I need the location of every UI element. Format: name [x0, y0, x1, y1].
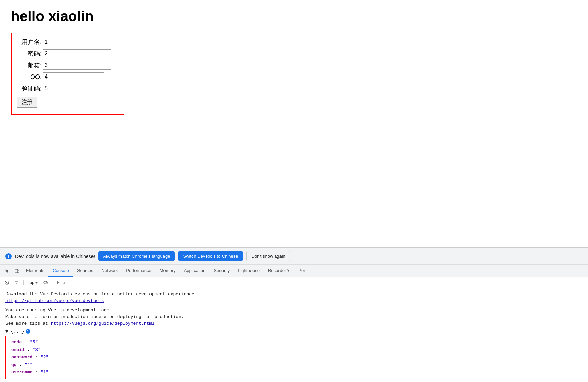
tab-elements[interactable]: Elements	[22, 265, 48, 277]
json-code-line: code : "5"	[11, 339, 48, 346]
tab-recorder[interactable]: Recorder	[264, 265, 294, 277]
dont-show-again-button[interactable]: Don't show again	[246, 251, 290, 261]
username-input[interactable]	[43, 38, 118, 46]
svg-rect-0	[15, 269, 18, 273]
qq-row: QQ:	[17, 72, 118, 81]
json-email-line: email : "3"	[11, 346, 48, 354]
password-input[interactable]	[43, 49, 111, 58]
tab-lighthouse[interactable]: Lighthouse	[234, 265, 264, 277]
svg-point-4	[44, 281, 48, 284]
password-row: 密码:	[17, 49, 118, 58]
console-line-2: You are running Vue in development mode.	[5, 307, 583, 314]
username-label: 用户名:	[17, 38, 42, 46]
json-object-box: code : "5" email : "3" password : "2" qq…	[5, 336, 54, 379]
svg-line-3	[6, 281, 8, 284]
form-container: 用户名: 密码: 邮箱: QQ: 验证码: 注册	[11, 33, 124, 115]
cursor-icon[interactable]	[3, 266, 12, 276]
info-icon: i	[5, 253, 12, 259]
tab-application[interactable]: Application	[180, 265, 210, 277]
console-object-header[interactable]: ▼ {...} i	[5, 329, 583, 334]
email-label: 邮箱:	[17, 61, 42, 69]
tab-sources[interactable]: Sources	[73, 265, 98, 277]
qq-label: QQ:	[17, 73, 42, 81]
devtools-panel: i DevTools is now available in Chinese! …	[0, 247, 588, 382]
json-password-line: password : "2"	[11, 354, 48, 361]
devtools-toolbar: top	[0, 277, 588, 288]
tab-performance-insights[interactable]: Per	[294, 265, 309, 277]
devtools-tabs-bar: Elements Console Sources Network Perform…	[0, 265, 588, 277]
captcha-row: 验证码:	[17, 84, 118, 93]
qq-input[interactable]	[43, 72, 104, 81]
devtools-banner: i DevTools is now available in Chinese! …	[0, 248, 588, 265]
clear-console-button[interactable]	[3, 278, 11, 287]
console-vue-info: You are running Vue in development mode.…	[5, 307, 583, 327]
page-heading: hello xiaolin	[11, 8, 577, 25]
username-row: 用户名:	[17, 38, 118, 46]
main-content: hello xiaolin 用户名: 密码: 邮箱: QQ: 验证码: 注册	[0, 0, 588, 129]
captcha-label: 验证码:	[17, 84, 42, 93]
tab-memory[interactable]: Memory	[156, 265, 180, 277]
password-label: 密码:	[17, 50, 42, 58]
devtools-console-output: Download the Vue Devtools extension for …	[0, 288, 588, 382]
switch-chinese-button[interactable]: Switch DevTools to Chinese	[178, 251, 243, 261]
banner-text: DevTools is now available in Chinese!	[15, 254, 95, 259]
tab-security[interactable]: Security	[210, 265, 234, 277]
console-line-4: See more tips at https://vuejs.org/guide…	[5, 320, 583, 327]
console-line-1: Download the Vue Devtools extension for …	[5, 291, 583, 298]
svg-point-5	[45, 282, 46, 283]
object-info-icon: i	[26, 329, 30, 334]
register-button[interactable]: 注册	[17, 97, 37, 108]
json-qq-line: qq : "4"	[11, 361, 48, 369]
tab-performance[interactable]: Performance	[122, 265, 155, 277]
context-selector[interactable]: top	[26, 279, 40, 286]
tab-console[interactable]: Console	[48, 265, 73, 277]
device-toggle-icon[interactable]	[12, 266, 22, 276]
always-match-button[interactable]: Always match Chrome's language	[98, 251, 175, 261]
eye-icon-button[interactable]	[42, 278, 50, 287]
register-row: 注册	[17, 96, 118, 108]
console-link-1[interactable]: https://github.com/vuejs/vue-devtools	[5, 298, 583, 304]
filter-input[interactable]	[56, 279, 585, 286]
filter-button[interactable]	[12, 278, 20, 287]
captcha-input[interactable]	[43, 84, 118, 93]
json-username-line: username : "1"	[11, 369, 48, 376]
console-line-3: Make sure to turn on production mode whe…	[5, 314, 583, 320]
tab-network[interactable]: Network	[98, 265, 122, 277]
email-row: 邮箱:	[17, 61, 118, 70]
toolbar-divider2	[53, 280, 53, 285]
toolbar-divider	[23, 280, 24, 285]
svg-rect-1	[18, 270, 19, 272]
email-input[interactable]	[43, 61, 111, 70]
